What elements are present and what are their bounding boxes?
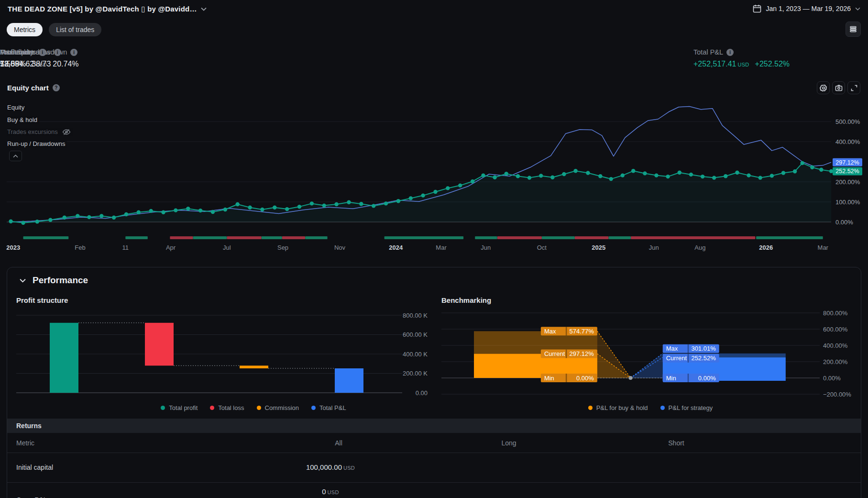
legend-buy-and-hold[interactable]: Buy & hold [7,116,39,124]
svg-text:Current: Current [544,350,565,357]
svg-text:2023: 2023 [6,244,20,251]
legend-dot-icon [161,406,165,410]
svg-text:500.00%: 500.00% [835,118,860,125]
legend-runup-drawdowns[interactable]: Run-up / Drawdowns [7,140,67,148]
svg-text:11: 11 [122,244,129,251]
chevron-up-icon [13,155,18,158]
svg-text:0.00: 0.00 [416,389,428,397]
rows-icon [849,25,857,33]
svg-text:252.52%: 252.52% [691,354,716,362]
eye-off-icon [62,129,71,135]
returns-section-header: Returns [7,419,861,433]
svg-text:Max: Max [544,328,556,335]
info-icon[interactable]: i [726,49,734,56]
info-icon[interactable]: i [70,49,77,56]
date-range-picker[interactable]: Jan 1, 2023 — Mar 19, 2026 [752,4,860,13]
svg-text:Jul: Jul [223,244,231,251]
date-range-text: Jan 1, 2023 — Mar 19, 2026 [766,5,851,12]
col-all: All [335,439,342,447]
collapse-legend-button[interactable] [9,151,22,161]
tab-list-of-trades[interactable]: List of trades [49,23,101,36]
legend-item[interactable]: Total P&L [311,404,346,411]
svg-text:0.00%: 0.00% [835,219,853,226]
svg-text:600.00 K: 600.00 K [403,331,428,338]
svg-text:Jun: Jun [649,244,659,251]
col-short: Short [668,439,684,447]
info-icon[interactable]: i [54,49,61,56]
legend-dot-icon [588,406,593,410]
strategy-selector[interactable]: THE DEAD ZONE [v5] by @DavidTech ▯ by @D… [8,5,207,13]
svg-text:2024: 2024 [389,244,403,251]
svg-text:200.00%: 200.00% [823,358,848,365]
svg-text:Max: Max [666,345,678,352]
svg-text:800.00%: 800.00% [823,310,848,317]
tab-metrics[interactable]: Metrics [7,23,43,36]
col-long: Long [501,439,516,447]
svg-text:252.52%: 252.52% [835,168,859,175]
legend-item[interactable]: P&L for strategy [660,404,713,411]
svg-text:200.00 K: 200.00 K [403,370,428,377]
chevron-down-icon [855,7,860,11]
legend-dot-icon [210,406,214,410]
svg-text:Jun: Jun [481,244,491,251]
svg-text:Min: Min [544,375,554,382]
svg-text:2025: 2025 [592,244,605,251]
svg-text:574.77%: 574.77% [570,328,594,335]
svg-text:0.00%: 0.00% [576,375,594,382]
table-row-initial-capital: Initial capital 100,000.00USD [7,453,861,483]
svg-text:Nov: Nov [334,244,346,251]
svg-text:Aug: Aug [694,244,705,251]
profit-structure-legend: Total profitTotal lossCommissionTotal P&… [55,404,452,411]
svg-text:Apr: Apr [166,244,176,251]
help-icon[interactable]: ? [53,84,60,91]
view-tabs: Metrics List of trades [7,23,101,36]
legend-dot-icon [257,406,261,410]
svg-text:301.01%: 301.01% [691,345,716,352]
equity-chart[interactable]: 2023Feb11AprJulSepNov2024MarJunOct2025Ju… [0,91,868,256]
metric-profit-factor: Profit factori 1.559 [0,48,46,68]
layout-toggle-button[interactable] [846,22,861,37]
strategy-title: THE DEAD ZONE [v5] by @DavidTech ▯ by @D… [8,5,197,13]
legend-dot-icon [660,406,665,410]
legend-item[interactable]: Total profit [161,404,198,411]
chevron-down-icon [201,7,207,11]
svg-text:Feb: Feb [75,244,85,251]
svg-text:2026: 2026 [759,244,773,251]
svg-text:0.00%: 0.00% [823,375,841,382]
calendar-icon [752,4,762,13]
legend-item[interactable]: P&L for buy & hold [588,404,648,411]
svg-text:Mar: Mar [436,244,447,251]
svg-text:Oct: Oct [537,244,547,251]
svg-text:Mar: Mar [818,244,829,251]
svg-text:100.00%: 100.00% [835,199,860,206]
svg-text:Sep: Sep [277,244,288,251]
performance-section: Performance Profit structure Benchmarkin… [7,267,861,498]
benchmarking-legend: P&L for buy & holdP&L for strategy [461,404,839,411]
svg-text:200.00%: 200.00% [835,178,860,186]
svg-text:−200.00%: −200.00% [823,391,851,398]
legend-item[interactable]: Commission [257,404,299,411]
legend-dot-icon [311,406,316,410]
col-metric: Metric [16,439,34,447]
table-row-open-pnl: Open P&L 0USD [7,483,861,498]
svg-text:600.00%: 600.00% [823,326,848,333]
svg-text:400.00%: 400.00% [823,342,848,349]
svg-text:Min: Min [666,375,676,382]
legend-equity[interactable]: Equity [7,103,26,111]
backtest-results-page: THE DEAD ZONE [v5] by @DavidTech ▯ by @D… [0,0,868,498]
svg-text:400.00 K: 400.00 K [403,351,428,358]
svg-text:297.12%: 297.12% [570,350,594,357]
svg-text:0.00%: 0.00% [698,375,716,382]
legend-trades-excursions[interactable]: Trades excursions [7,128,73,136]
info-icon[interactable]: i [39,49,46,56]
svg-text:400.00%: 400.00% [835,138,860,145]
svg-text:Current: Current [666,354,687,362]
svg-text:297.12%: 297.12% [835,159,859,166]
metric-total-pnl: Total P&Li +252,517.41USD+252.52% [693,48,790,68]
legend-item[interactable]: Total loss [210,404,244,411]
returns-table-header: Metric All Long Short [7,433,861,453]
svg-text:800.00 K: 800.00 K [403,312,428,319]
